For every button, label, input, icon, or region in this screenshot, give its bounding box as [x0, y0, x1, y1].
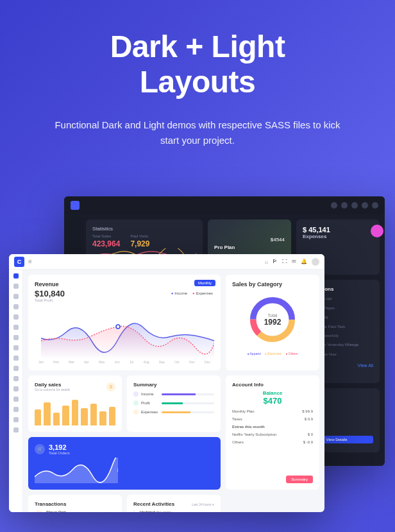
sidebar-item[interactable] [13, 325, 19, 330]
pro-plan-label: Pro Plan [214, 245, 235, 250]
activity-item: Updated the page [133, 510, 214, 512]
bell-icon[interactable] [341, 202, 348, 209]
dark-topbar [64, 196, 385, 214]
sidebar-item[interactable] [13, 314, 19, 320]
sidebar-item[interactable] [13, 356, 19, 361]
sidebar-item[interactable] [13, 397, 19, 402]
pro-plan-price: $4544 [270, 237, 285, 243]
search-icon[interactable]: ⌕ [265, 259, 268, 265]
avatar[interactable] [372, 202, 378, 209]
card-daily-sales: Daily sales Go to columns for details $ [28, 375, 122, 432]
card-revenue: Revenue $10,840 Total Profit Monthly Inc… [28, 275, 221, 370]
sidebar-item[interactable] [13, 417, 19, 422]
dollar-icon: $ [106, 382, 115, 391]
revenue-chart [35, 307, 214, 359]
daily-subtitle: Go to columns for details [35, 388, 70, 391]
sidebar-item[interactable] [13, 335, 19, 340]
daily-title: Daily sales [35, 382, 70, 388]
donut-center-label: Total [268, 313, 278, 318]
light-dashboard: C ≡ ⌕ 🏳 ⛶ ✉ 🔔 [9, 254, 324, 512]
card-transactions: Transactions Shaun Park10 Jan 1:00PM+$36… [28, 495, 122, 512]
svg-point-0 [116, 325, 120, 329]
avatar[interactable] [312, 258, 319, 266]
daily-bar-chart [35, 397, 115, 425]
legend-expenses: Expenses [192, 291, 213, 295]
sidebar-item[interactable] [13, 407, 19, 412]
total-sales-value: 423,964 [92, 239, 120, 248]
sales-title: Sales by Category [232, 281, 313, 287]
card-sales-category: Sales by Category Total 1992 ● Apparel [226, 275, 319, 370]
sidebar-item[interactable] [13, 376, 19, 381]
summary-row: Income [133, 391, 214, 397]
sidebar-item[interactable] [13, 284, 19, 289]
orders-value: 3,192 [49, 443, 70, 451]
bell-icon[interactable]: 🔔 [301, 259, 307, 264]
balance-label: Balance [232, 390, 313, 396]
summary-row: Profit [133, 400, 214, 406]
card-account-info: Account Info Balance $470 Monthly Plan$ … [226, 375, 319, 490]
transactions-title: Transactions [35, 501, 115, 507]
account-title: Account Info [232, 382, 313, 388]
donut-center-value: 1992 [264, 318, 282, 327]
card-total-orders: 🛒 3,192 Total Orders [28, 437, 221, 490]
revenue-title: Revenue [35, 281, 214, 287]
account-row: Others$ -0.9 [232, 440, 313, 444]
legend-income: Income [171, 291, 187, 295]
orders-area-chart [35, 458, 118, 483]
dark-logo[interactable] [71, 201, 80, 210]
stats-title: Statistics [92, 226, 196, 232]
sidebar-item[interactable] [13, 304, 19, 309]
cart-icon: 🛒 [35, 444, 45, 454]
mail-icon[interactable] [351, 202, 358, 209]
light-sidebar [9, 270, 23, 512]
account-row: Netflix Yearly Subscription$ 0 [232, 433, 313, 436]
account-row: Monthly Plan$ 99.9 [232, 409, 313, 413]
sales-legend: ● Apparel ● Electronic ● Others [232, 352, 313, 356]
sidebar-item[interactable] [13, 427, 19, 433]
account-row: Extras this month [232, 425, 313, 429]
revenue-subtitle: Total Profit [35, 298, 214, 302]
orders-label: Total Orders [49, 451, 70, 455]
total-sales-label: Total Sales [92, 234, 120, 238]
sidebar-item-home[interactable] [13, 273, 19, 279]
card-recent-activities: Recent Activities Last 24 hours ▾ Update… [127, 495, 221, 512]
summary-row: Expenses [133, 409, 214, 415]
hero-subtitle: Functional Dark and Light demos with res… [38, 117, 357, 148]
revenue-xaxis: JanFebMarAprMayJunJulAugSepOctNovDec [35, 360, 214, 364]
light-logo[interactable]: C [14, 257, 24, 267]
paid-visits-label: Paid Visits [130, 234, 149, 238]
search-icon[interactable] [331, 202, 337, 209]
revenue-period-badge[interactable]: Monthly [194, 280, 215, 286]
summary-title: Summary [133, 382, 214, 388]
hero-title: Dark + Light Layouts [38, 29, 357, 99]
light-topbar: C ≡ ⌕ 🏳 ⛶ ✉ 🔔 [9, 254, 324, 270]
account-row: Taxes$ 0.9 [232, 417, 313, 421]
card-summary: Summary Income Profit Expenses [127, 375, 221, 432]
expenses-accent-icon [371, 225, 383, 237]
sales-donut-chart: Total 1992 [247, 294, 298, 345]
activities-title: Recent Activities [133, 501, 174, 507]
balance-value: $470 [232, 396, 313, 406]
revenue-legend: Income Expenses [171, 291, 213, 295]
sidebar-item[interactable] [13, 366, 19, 371]
paid-visits-value: 7,929 [130, 239, 149, 248]
sidebar-item[interactable] [13, 294, 19, 299]
expand-icon[interactable]: ⛶ [282, 259, 287, 264]
account-summary-button[interactable]: Summary [286, 476, 313, 483]
menu-icon[interactable]: ≡ [28, 258, 32, 265]
mail-icon[interactable]: ✉ [292, 259, 296, 264]
expenses-value: $ 45,141 [303, 226, 373, 234]
sidebar-item[interactable] [13, 345, 19, 350]
settings-icon[interactable] [362, 202, 368, 209]
expenses-label: Expenses [303, 234, 373, 239]
transaction-row[interactable]: Shaun Park10 Jan 1:00PM+$36.11 [35, 510, 115, 512]
sidebar-item[interactable] [13, 386, 19, 391]
activities-filter[interactable]: Last 24 hours ▾ [192, 502, 214, 506]
hero-title-line1: Dark + Light [110, 30, 285, 64]
hero-title-line2: Layouts [140, 65, 256, 99]
flag-icon[interactable]: 🏳 [273, 259, 278, 264]
